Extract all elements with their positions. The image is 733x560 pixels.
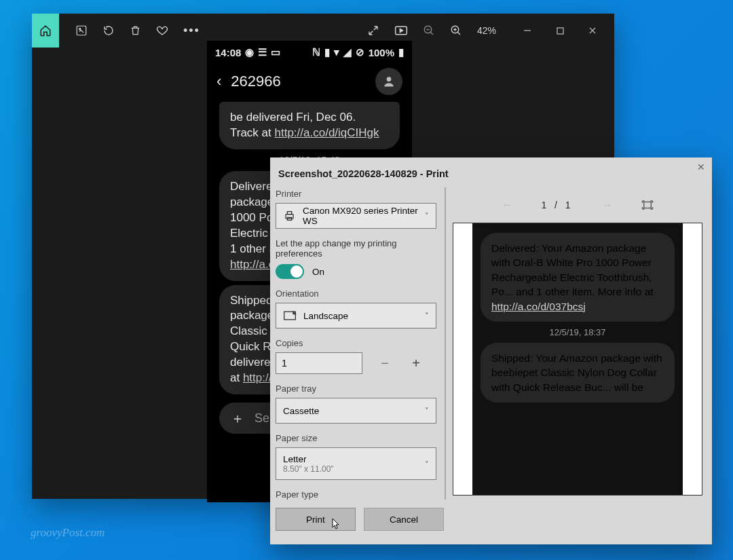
close-icon[interactable]: ✕ (697, 162, 705, 172)
preview-message: Shipped: Your Amazon package with beebie… (481, 343, 675, 403)
paper-size-select[interactable]: Letter 8.50" x 11.00" ˅ (276, 447, 436, 480)
copies-input[interactable]: 1 (276, 352, 362, 374)
printer-label: Printer (276, 189, 436, 199)
print-options-pane: Printer Canon MX920 series Printer WS ˅ … (276, 185, 446, 501)
back-icon[interactable]: ‹ (217, 73, 221, 90)
preview-link: http://a.co/d/037bcsj (491, 301, 586, 312)
signal-icon: ◢ (343, 46, 352, 58)
watermark: groovyPost.com (31, 526, 105, 540)
preview-page: Delivered: Your Amazon package with Oral… (453, 223, 702, 496)
zoom-in-icon[interactable] (450, 24, 462, 37)
chevron-down-icon: ˅ (425, 212, 429, 221)
battery-icon: ▮ (398, 46, 404, 58)
printer-select[interactable]: Canon MX920 series Printer WS ˅ (276, 203, 436, 229)
svg-point-1 (79, 29, 81, 30)
mute-icon: ⊘ (356, 46, 364, 58)
window-close-button[interactable] (576, 19, 609, 42)
more-icon[interactable]: ••• (183, 24, 200, 38)
conversation-number: 262966 (231, 73, 280, 90)
edit-icon[interactable] (75, 24, 88, 37)
svg-rect-5 (557, 28, 563, 34)
page-indicator: 1 / 1 (541, 200, 573, 210)
status-icon: ☰ (258, 46, 267, 58)
printer-icon (283, 209, 296, 223)
orientation-label: Orientation (276, 288, 436, 299)
avatar[interactable] (375, 68, 402, 95)
copies-label: Copies (276, 338, 436, 348)
battery-saver-icon: ▮ (324, 46, 330, 58)
svg-point-6 (387, 77, 392, 81)
paper-tray-label: Paper tray (276, 384, 436, 394)
dialog-title: Screenshot_20220628-140829 - Print (270, 157, 712, 185)
message-bubble: be delivered Fri, Dec 06. Track at http:… (219, 102, 400, 149)
preview-timestamp: 12/5/19, 18:37 (472, 327, 683, 337)
landscape-icon (283, 310, 297, 321)
zoom-level: 42% (477, 25, 496, 36)
page-navigator: ← 1 / 1 → (453, 190, 702, 220)
status-icon: ▭ (271, 46, 280, 58)
nfc-icon: ℕ (312, 46, 320, 58)
slideshow-icon[interactable] (394, 25, 408, 36)
status-icon: ◉ (245, 46, 254, 58)
chevron-down-icon: ˅ (425, 460, 429, 469)
cancel-button[interactable]: Cancel (364, 508, 444, 531)
print-preview-pane: ← 1 / 1 → Delivered: Your Amazon package… (446, 185, 712, 501)
phone-statusbar: 14:08 ◉ ☰ ▭ ℕ ▮ ▾ ◢ ⊘ 100% ▮ (207, 41, 412, 64)
toggle-state: On (312, 267, 324, 277)
fit-page-icon[interactable] (641, 200, 654, 210)
phone-time: 14:08 (215, 47, 241, 58)
paper-tray-select[interactable]: Cassette ˅ (276, 398, 436, 424)
window-minimize-button[interactable] (511, 19, 544, 42)
preferences-toggle[interactable] (276, 264, 304, 279)
paper-type-label: Paper type (276, 489, 436, 500)
copies-increment[interactable]: + (407, 356, 425, 371)
fullscreen-icon[interactable] (367, 24, 379, 37)
prev-page-icon[interactable]: ← (502, 199, 512, 211)
home-button[interactable] (32, 14, 59, 48)
cursor-icon (332, 518, 340, 530)
copies-decrement[interactable]: − (376, 356, 394, 371)
battery-pct: 100% (369, 47, 394, 58)
print-dialog: ✕ Screenshot_20220628-140829 - Print Pri… (270, 157, 712, 544)
chevron-down-icon: ˅ (425, 312, 429, 320)
scrollbar[interactable] (445, 187, 446, 500)
next-page-icon[interactable]: → (602, 199, 613, 211)
rotate-icon[interactable] (102, 24, 115, 37)
orientation-select[interactable]: Landscape ˅ (276, 303, 436, 329)
paper-size-label: Paper size (276, 433, 436, 443)
preview-message: Delivered: Your Amazon package with Oral… (481, 233, 675, 322)
preferences-label: Let the app change my printing preferenc… (276, 238, 436, 259)
delete-icon[interactable] (130, 24, 141, 37)
attach-icon[interactable]: ＋ (230, 411, 245, 426)
wifi-icon: ▾ (334, 46, 339, 58)
favorite-icon[interactable] (156, 24, 168, 37)
zoom-out-icon[interactable] (423, 24, 435, 37)
print-button[interactable]: Print (276, 508, 356, 531)
window-maximize-button[interactable] (544, 19, 576, 42)
chevron-down-icon: ˅ (425, 407, 429, 415)
tracking-link[interactable]: http://a.co/d/iqCIHgk (275, 126, 379, 139)
svg-rect-11 (643, 202, 651, 208)
svg-rect-8 (287, 212, 291, 214)
